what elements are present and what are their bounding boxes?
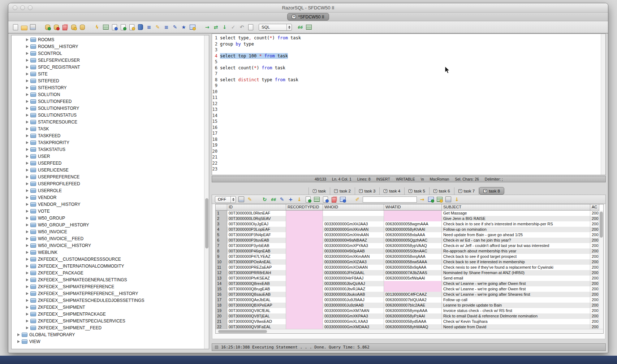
cell-whoid[interactable]: 0033000000Ju9J9AAJ [323, 297, 384, 303]
cell-id[interactable]: 00T3000000L0RqSEAV [227, 216, 286, 221]
tree-item-w50-invoice-feed[interactable]: W50_INVOICE__FEED [12, 235, 204, 242]
cell-whoid[interactable] [323, 216, 384, 221]
disclosure-triangle-icon[interactable] [26, 189, 29, 192]
new-database-icon[interactable] [70, 24, 77, 31]
favorites-star-icon[interactable] [180, 24, 187, 31]
edit-rows-icon[interactable] [154, 24, 161, 31]
tree-item-userlicense[interactable]: USERLICENSE [12, 166, 204, 173]
tree-item-solution[interactable]: SOLUTION [12, 91, 204, 98]
cell-id[interactable]: 00T3000000P3tuvEAB [227, 238, 286, 243]
search-highlight-icon[interactable] [354, 196, 361, 203]
format-sql-icon[interactable] [172, 24, 178, 31]
editor-line-19[interactable]: 19 [212, 142, 600, 148]
cell-subject[interactable]: Follow up call [442, 297, 590, 303]
cell-ac[interactable]: 200 [590, 227, 599, 232]
cell-whatid[interactable]: 006300000058x9qAAA [384, 265, 442, 270]
disclosure-triangle-icon[interactable] [26, 278, 29, 281]
execute-sql-icon[interactable] [94, 24, 100, 31]
sidebar-scrollbar-thumb[interactable] [205, 198, 208, 248]
cell-whatid[interactable]: 006300000058xrqAAA [384, 254, 442, 259]
tree-item-taskfeed[interactable]: TASKFEED [12, 132, 204, 139]
editor-line-5[interactable]: 5 [212, 59, 600, 65]
cell-whoid[interactable]: 0033000000Ju9zlAAB [323, 303, 384, 308]
result-tab-task-3[interactable]: task 3 [355, 187, 380, 195]
table-row[interactable]: 1900T3000000QV8CfEAL0033000000GmXM7AAN00… [216, 308, 603, 313]
cell-whatid[interactable]: 006300000058ympAAA [384, 308, 442, 313]
grid-vscroll-thumb[interactable] [600, 212, 603, 238]
disconnect-database-icon[interactable] [53, 24, 60, 31]
tree-item-zkfedex-shipmategeneralsettings[interactable]: ZKFEDEX__SHIPMATEGENERALSETTINGS [12, 276, 204, 283]
result-tab-task-4[interactable]: task 4 [380, 187, 405, 195]
cell-ac[interactable]: 200 [590, 265, 599, 270]
cell-id[interactable]: 00T3000000Q8rugEAB [227, 286, 286, 292]
tree-item-zkfedex-shipmatepreference-history[interactable]: ZKFEDEX__SHIPMATEPREFERENCE__HISTORY [12, 290, 204, 297]
sidebar-scrollbar[interactable] [204, 35, 209, 349]
disclosure-triangle-icon[interactable] [26, 93, 29, 96]
tree-item-zkfedex-shipmatepreference[interactable]: ZKFEDEX__SHIPMATEPREFERENCE [12, 283, 204, 290]
cell-ac[interactable]: 200 [590, 292, 599, 297]
disclosure-triangle-icon[interactable] [26, 79, 29, 82]
result-tab-task-8[interactable]: task 8 [479, 187, 504, 195]
cell-ac[interactable]: 200 [590, 248, 599, 254]
cell-rtid[interactable] [286, 308, 323, 313]
table-row[interactable]: 1400T3000000Q8rexEAB0033000000JbvQzAAJCh… [216, 281, 603, 286]
reconnect-icon[interactable] [212, 24, 219, 31]
edit-tool-icon[interactable] [128, 24, 135, 31]
tree-item-w50-group[interactable]: W50_GROUP [12, 214, 204, 221]
cell-whoid[interactable]: 0033000000GmXHnAAN [323, 232, 384, 238]
disclosure-triangle-icon[interactable] [26, 203, 29, 206]
sql-history-icon[interactable] [247, 24, 254, 31]
tree-item-vote[interactable]: VOTE [12, 208, 204, 214]
editor-line-10[interactable]: 10 [212, 89, 600, 95]
grid-horizontal-scrollbar[interactable] [216, 329, 603, 333]
cell-rtid[interactable] [286, 259, 323, 265]
disclosure-triangle-icon[interactable] [26, 176, 29, 178]
cell-whoid[interactable]: 0033000000GmXM7AAN [323, 308, 384, 313]
table-row[interactable]: 800T3000000P46qnEAB0033000000H9i0pAAB006… [216, 248, 603, 254]
result-tab-task-6[interactable]: task 6 [430, 187, 454, 195]
cell-rtid[interactable] [286, 319, 323, 324]
cell-ac[interactable]: 200 [590, 319, 599, 324]
cell-whoid[interactable]: 0033000000GmXPYAA3 [323, 243, 384, 248]
cell-id[interactable]: 00T3000000L0RknEAF [227, 211, 286, 216]
cell-rtid[interactable] [286, 221, 323, 227]
cell-whatid[interactable]: 00630000005xfWaAAI [384, 276, 442, 281]
table-row[interactable]: 1800T3000000QBXPeEAP0033000000Ju9zlAAB00… [216, 303, 603, 308]
editor-line-15[interactable]: 15 [212, 118, 600, 125]
table-tools-icon[interactable] [189, 24, 196, 31]
editor-line-22[interactable]: 22 [212, 160, 600, 166]
cell-ac[interactable]: 200 [590, 221, 599, 227]
single-record-icon[interactable] [322, 196, 329, 203]
editor-line-23[interactable]: 23 [212, 166, 600, 172]
tree-item-w50-invoice-history[interactable]: W50_INVOICE__HISTORY [12, 242, 204, 249]
result-tab-task-2[interactable]: task 2 [330, 187, 355, 195]
insert-row-icon[interactable] [287, 196, 294, 203]
refresh-results-icon[interactable] [261, 196, 268, 203]
cell-ac[interactable]: 200 [590, 216, 599, 221]
cell-whatid[interactable]: 006300000058xlaAAA [384, 232, 442, 238]
cell-id[interactable]: 00T3000000Q8sauEAB [227, 292, 286, 297]
tree-item-site[interactable]: SITE [12, 70, 204, 77]
cell-whatid[interactable] [384, 286, 442, 292]
disclosure-triangle-icon[interactable] [26, 114, 29, 117]
editor-line-17[interactable]: 17 [212, 130, 600, 136]
cell-ac[interactable]: 200 [590, 313, 599, 319]
disclosure-triangle-icon[interactable] [26, 86, 29, 89]
tree-item-w50-group-history[interactable]: W50_GROUP__HISTORY [12, 221, 204, 228]
tree-item-rooms[interactable]: ROOMS [12, 36, 204, 43]
sql-mode-select-stepper-icon[interactable] [286, 24, 292, 30]
disclosure-triangle-icon[interactable] [26, 134, 29, 137]
close-tab-icon[interactable] [458, 189, 462, 193]
cell-ac[interactable]: 200 [590, 308, 599, 313]
find-next-icon[interactable] [419, 196, 426, 203]
disclosure-triangle-icon[interactable] [26, 230, 29, 233]
cell-ac[interactable]: 200 [590, 232, 599, 238]
tree-item-sfdc-registrant[interactable]: SFDC_REGISTRANT [12, 64, 204, 70]
tree-item-userprofilefeed[interactable]: USERPROFILEFEED [12, 180, 204, 187]
disclosure-triangle-icon[interactable] [26, 169, 29, 172]
cell-whoid[interactable]: 0033000000JFhGlAAL [323, 270, 384, 276]
export-rows-icon[interactable] [427, 196, 434, 203]
disclosure-triangle-icon[interactable] [26, 182, 29, 185]
editor-line-14[interactable]: 14 [212, 113, 600, 119]
disclosure-triangle-icon[interactable] [26, 155, 29, 158]
